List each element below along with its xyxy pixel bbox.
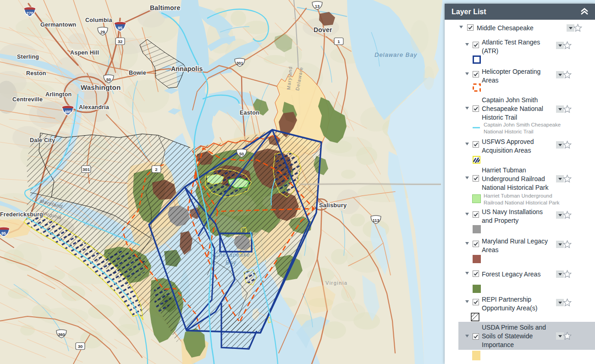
svg-text:Columbia: Columbia bbox=[85, 17, 112, 23]
svg-text:113: 113 bbox=[373, 218, 380, 223]
svg-text:Baltimore: Baltimore bbox=[150, 4, 180, 11]
svg-text:50: 50 bbox=[106, 77, 111, 82]
svg-text:Bay: Bay bbox=[226, 259, 237, 266]
svg-text:32: 32 bbox=[118, 39, 123, 44]
svg-text:Centreville: Centreville bbox=[12, 96, 43, 103]
svg-text:Germantown: Germantown bbox=[40, 22, 76, 28]
svg-text:50: 50 bbox=[239, 152, 244, 156]
svg-text:Bowie: Bowie bbox=[129, 70, 146, 76]
svg-text:Virginia: Virginia bbox=[325, 280, 348, 286]
svg-text:95: 95 bbox=[118, 26, 122, 30]
svg-text:Chesapeake: Chesapeake bbox=[215, 252, 250, 258]
svg-text:Easton: Easton bbox=[240, 110, 259, 116]
svg-text:301: 301 bbox=[83, 167, 90, 172]
svg-text:13: 13 bbox=[315, 4, 320, 9]
svg-text:Washington: Washington bbox=[81, 83, 121, 91]
svg-text:2: 2 bbox=[155, 167, 157, 172]
svg-text:Salisbury: Salisbury bbox=[319, 202, 347, 209]
svg-text:Sterling: Sterling bbox=[17, 54, 39, 60]
svg-text:1: 1 bbox=[337, 39, 340, 44]
svg-text:Aspen Hill: Aspen Hill bbox=[70, 50, 99, 56]
svg-text:Alexandria: Alexandria bbox=[79, 104, 110, 110]
svg-text:30: 30 bbox=[78, 344, 83, 349]
svg-text:Annapolis: Annapolis bbox=[171, 65, 203, 72]
svg-text:29: 29 bbox=[100, 30, 105, 34]
svg-text:Delaware Bay: Delaware Bay bbox=[375, 51, 417, 58]
svg-text:Dale City: Dale City bbox=[30, 137, 55, 143]
svg-text:Fredericksburg: Fredericksburg bbox=[0, 211, 43, 218]
svg-text:Reston: Reston bbox=[26, 70, 46, 77]
svg-text:301: 301 bbox=[236, 61, 243, 66]
svg-text:95: 95 bbox=[1, 231, 6, 236]
svg-text:270: 270 bbox=[26, 11, 33, 16]
svg-text:Dover: Dover bbox=[314, 26, 332, 33]
svg-text:360: 360 bbox=[58, 332, 65, 337]
svg-text:495: 495 bbox=[64, 110, 71, 114]
svg-text:Arlington: Arlington bbox=[45, 91, 72, 98]
